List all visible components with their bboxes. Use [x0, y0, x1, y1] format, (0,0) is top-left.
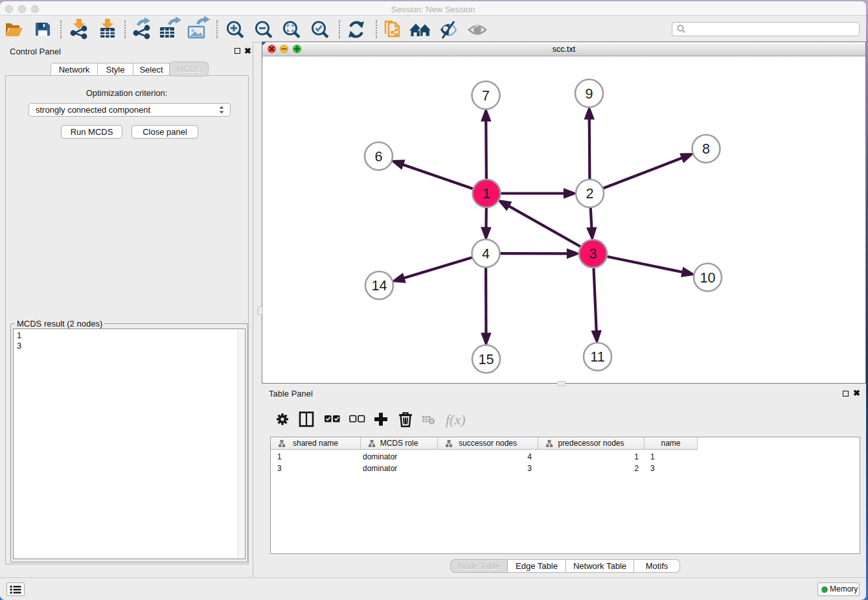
svg-text:15: 15	[479, 352, 494, 367]
svg-text:f(x): f(x)	[446, 411, 466, 428]
svg-text:11: 11	[590, 349, 604, 365]
svg-text:2: 2	[586, 186, 594, 202]
svg-text:10: 10	[700, 270, 716, 286]
svg-text:1: 1	[483, 186, 490, 202]
svg-text:3: 3	[589, 246, 597, 262]
svg-text:14: 14	[372, 278, 387, 294]
svg-text:9: 9	[586, 86, 593, 102]
svg-text:7: 7	[482, 88, 490, 104]
svg-text:8: 8	[702, 141, 710, 157]
svg-text:4: 4	[482, 246, 490, 262]
svg-text:6: 6	[375, 149, 383, 165]
